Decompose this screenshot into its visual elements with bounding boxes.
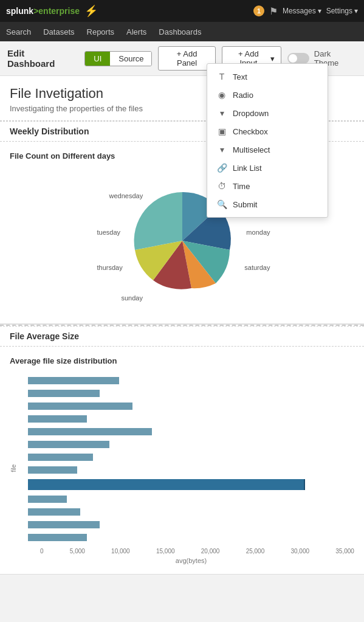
pie-label-tuesday: tuesday (97, 229, 121, 236)
x-label-5: 25,000 (246, 548, 265, 555)
bar-row-1 (28, 389, 354, 398)
bar-9 (28, 496, 67, 503)
nav-alerts[interactable]: Alerts (126, 24, 146, 40)
y-axis-label: file (10, 464, 17, 472)
bar-6 (28, 454, 93, 461)
bar-10 (28, 508, 80, 516)
bar-2 (28, 403, 132, 410)
x-label-3: 15,000 (156, 548, 175, 555)
dropdown-text-label: Text (233, 72, 247, 81)
settings-chevron: ▾ (354, 7, 358, 15)
tab-source[interactable]: Source (110, 52, 152, 66)
edit-bar: Edit Dashboard UI Source + Add Panel + A… (0, 41, 364, 76)
x-label-2: 10,000 (111, 548, 130, 555)
bar-chart-panel: Average file size distribution file (0, 347, 364, 574)
splunk-text: splunk (6, 6, 33, 16)
x-label-7: 35,000 (335, 548, 354, 555)
dropdown-item-text[interactable]: T Text (207, 67, 328, 86)
submit-icon: 🔍 (217, 199, 227, 209)
bar-row-9 (28, 495, 354, 503)
dropdown-submit-label: Submit (233, 200, 257, 209)
bar-row-4 (28, 427, 354, 436)
x-label-6: 30,000 (290, 548, 309, 555)
x-label-4: 20,000 (201, 548, 220, 555)
radio-icon: ◉ (217, 90, 227, 100)
bar-4 (28, 428, 152, 435)
dropdown-checkbox-label: Checkbox (233, 127, 268, 136)
pie-label-monday: monday (246, 229, 270, 236)
dropdown-item-submit[interactable]: 🔍 Submit (207, 195, 328, 213)
dropdown-item-checkbox[interactable]: ▣ Checkbox (207, 122, 328, 140)
nav-dashboards[interactable]: Dashboards (159, 24, 201, 40)
bar-row-2 (28, 402, 354, 410)
linklist-icon: 🔗 (217, 163, 227, 173)
x-label-0: 0 (40, 548, 44, 555)
pie-label-saturday: saturday (244, 264, 270, 271)
dropdown-icon: ▾ (217, 108, 227, 118)
text-icon: T (217, 72, 227, 81)
checkbox-icon: ▣ (217, 126, 227, 136)
bar-row-10 (28, 508, 354, 516)
nav-bar: Search Datasets Reports Alerts Dashboard… (0, 22, 364, 41)
view-mode-tabs: UI Source (84, 51, 152, 66)
add-input-dropdown: T Text ◉ Radio ▾ Dropdown ▣ Checkbox ▾ M… (207, 63, 328, 218)
messages-chevron: ▾ (318, 7, 321, 15)
splunk-brand: >enterprise (33, 6, 80, 16)
bar-chart-body: file (10, 373, 354, 564)
dropdown-item-time[interactable]: ⏱ Time (207, 177, 328, 195)
x-axis: 0 5,000 10,000 15,000 20,000 25,000 30,0… (28, 545, 354, 555)
slice-tuesday (134, 192, 182, 250)
dropdown-dropdown-label: Dropdown (233, 109, 269, 118)
top-bar: splunk >enterprise ⚡ 1 ⚑ Messages ▾ Sett… (0, 0, 364, 22)
bars-container (28, 373, 354, 545)
splunk-logo: splunk >enterprise ⚡ (6, 4, 98, 18)
notification-badge[interactable]: 1 (253, 5, 264, 16)
dropdown-item-radio[interactable]: ◉ Radio (207, 86, 328, 104)
bar-row-7 (28, 466, 354, 474)
bar-1 (28, 390, 100, 397)
nav-datasets[interactable]: Datasets (43, 24, 74, 40)
bar-row-6 (28, 453, 354, 461)
bar-11 (28, 521, 100, 528)
x-label-1: 5,000 (70, 548, 85, 555)
bar-row-3 (28, 415, 354, 423)
bar-0 (28, 377, 119, 384)
settings-button[interactable]: Settings ▾ (326, 7, 358, 15)
bar-12 (28, 534, 87, 541)
multiselect-icon: ▾ (217, 145, 227, 154)
bar-3 (28, 415, 87, 423)
bar-chart-title: Average file size distribution (10, 356, 354, 365)
dropdown-multiselect-label: Multiselect (233, 145, 270, 154)
dropdown-item-multiselect[interactable]: ▾ Multiselect (207, 140, 328, 159)
bar-row-0 (28, 376, 354, 385)
dropdown-time-label: Time (233, 182, 250, 191)
dropdown-linklist-label: Link List (233, 164, 262, 173)
row2-label: File Average Size (0, 326, 364, 347)
nav-reports[interactable]: Reports (87, 24, 115, 40)
bar-7 (28, 466, 77, 474)
row2: File Average Size Average file size dist… (0, 326, 364, 575)
dropdown-radio-label: Radio (233, 91, 253, 100)
messages-button[interactable]: Messages ▾ (283, 7, 321, 15)
time-icon: ⏱ (217, 181, 227, 191)
dark-theme-switch[interactable] (287, 53, 309, 64)
pie-label-thursday: thursday (97, 264, 123, 271)
bar-row-highlight (28, 479, 354, 491)
messages-label: Messages (283, 7, 316, 15)
bar-highlight (28, 479, 305, 490)
dropdown-item-linklist[interactable]: 🔗 Link List (207, 159, 328, 177)
bar-row-11 (28, 520, 354, 529)
tab-ui[interactable]: UI (85, 52, 110, 66)
bar-row-5 (28, 440, 354, 449)
bookmark-icon: ⚑ (269, 5, 278, 17)
nav-search[interactable]: Search (6, 24, 31, 40)
bar-5 (28, 441, 109, 448)
lightning-icon: ⚡ (84, 4, 98, 18)
edit-dashboard-title: Edit Dashboard (7, 48, 74, 69)
bar-row-12 (28, 533, 354, 542)
add-input-chevron: ▾ (270, 54, 275, 63)
top-bar-right: 1 ⚑ Messages ▾ Settings ▾ (253, 5, 358, 17)
settings-label: Settings (326, 7, 352, 15)
dropdown-item-dropdown[interactable]: ▾ Dropdown (207, 104, 328, 122)
x-axis-unit: avg(bytes) (28, 557, 354, 564)
